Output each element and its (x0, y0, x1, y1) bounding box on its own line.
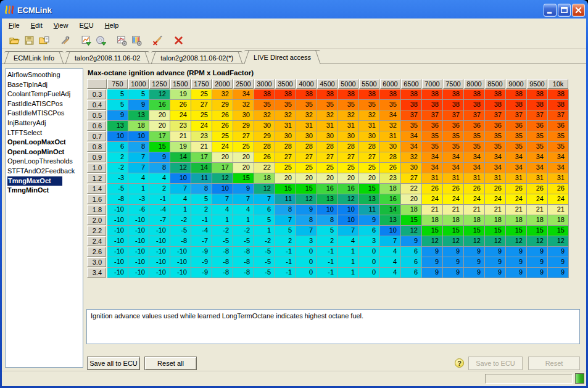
list-item-openloopminoct[interactable]: OpenLoopMinOct (6, 147, 83, 157)
grid-cell[interactable]: 30 (296, 131, 317, 142)
grid-cell[interactable]: 3 (296, 236, 317, 247)
grid-cell[interactable]: -4 (191, 226, 212, 236)
grid-cell[interactable]: 4 (212, 205, 233, 215)
grid-cell[interactable]: 28 (254, 142, 275, 152)
grid-cell[interactable]: 0 (296, 257, 317, 268)
grid-cell[interactable]: -10 (107, 268, 128, 278)
reset-all-button[interactable]: Reset all (144, 357, 197, 370)
grid-cell[interactable]: 17 (149, 131, 170, 142)
grid-cell[interactable]: -4 (149, 205, 170, 215)
help-icon[interactable]: ? (455, 358, 464, 368)
grid-cell[interactable]: 12 (170, 163, 191, 173)
grid-cell[interactable]: 20 (233, 152, 254, 163)
grid-cell[interactable]: 8 (191, 184, 212, 194)
grid-cell[interactable]: 36 (506, 121, 527, 131)
grid-cell[interactable]: 38 (296, 89, 317, 100)
grid-cell[interactable]: 35 (485, 142, 506, 152)
grid-cell[interactable]: 22 (401, 184, 422, 194)
grid-cell[interactable]: 35 (527, 131, 548, 142)
grid-cell[interactable]: 24 (485, 194, 506, 205)
menu-help[interactable]: Help (99, 20, 125, 31)
list-item-openloopthresholds[interactable]: OpenLoopThresholds (6, 157, 83, 167)
grid-cell[interactable]: -9 (191, 247, 212, 257)
grid-cell[interactable]: -10 (149, 226, 170, 236)
list-item-ltftselect[interactable]: LTFTSelect (6, 128, 83, 138)
grid-cell[interactable]: -10 (107, 215, 128, 226)
grid-cell[interactable]: 38 (485, 89, 506, 100)
reset-button[interactable]: Reset (528, 357, 580, 370)
grid-cell[interactable]: 20 (401, 194, 422, 205)
grid-cell[interactable]: 18 (506, 215, 527, 226)
grid-cell[interactable]: 27 (401, 173, 422, 184)
grid-cell[interactable]: -2 (107, 163, 128, 173)
grid-cell[interactable]: 18 (380, 184, 401, 194)
grid-cell[interactable]: 36 (548, 121, 569, 131)
grid-cell[interactable]: 23 (191, 131, 212, 142)
column-header-2000[interactable]: 2000 (212, 79, 233, 89)
row-header-0.7[interactable]: 0.7 (87, 131, 106, 141)
grid-cell[interactable]: 35 (548, 131, 569, 142)
grid-cell[interactable]: 9 (527, 247, 548, 257)
grid-cell[interactable]: 0 (359, 257, 380, 268)
grid-cell[interactable]: 7 (233, 194, 254, 205)
grid-cell[interactable]: 36 (464, 121, 485, 131)
grid-cell[interactable]: 26 (212, 110, 233, 121)
grid-cell[interactable]: 20 (296, 173, 317, 184)
grid-cell[interactable]: 15 (548, 226, 569, 236)
grid-cell[interactable]: 15 (506, 226, 527, 236)
grid-cell[interactable]: 27 (338, 152, 359, 163)
grid-cell[interactable]: 34 (527, 152, 548, 163)
grid-cell[interactable]: 9 (422, 257, 443, 268)
column-header-3500[interactable]: 3500 (275, 79, 296, 89)
grid-cell[interactable]: 25 (275, 163, 296, 173)
load-disc-icon[interactable] (93, 33, 108, 47)
grid-cell[interactable]: -8 (233, 268, 254, 278)
row-header-1.6[interactable]: 1.6 (87, 194, 106, 204)
grid-cell[interactable]: 18 (401, 205, 422, 215)
grid-cell[interactable]: 34 (464, 163, 485, 173)
grid-cell[interactable]: -6 (128, 205, 149, 215)
grid-cell[interactable]: 15 (527, 226, 548, 236)
grid-cell[interactable]: 30 (233, 110, 254, 121)
grid-cell[interactable]: 6 (359, 226, 380, 236)
grid-cell[interactable]: 34 (233, 89, 254, 100)
grid-cell[interactable]: 35 (443, 131, 464, 142)
parameter-list[interactable]: AirflowSmoothingBaseTipInAdjCoolantTempF… (5, 68, 83, 368)
grid-cell[interactable]: 2 (317, 236, 338, 247)
grid-cell[interactable]: 2 (275, 236, 296, 247)
grid-cell[interactable]: 11 (359, 205, 380, 215)
grid-cell[interactable]: 9 (149, 152, 170, 163)
row-header-1.4[interactable]: 1.4 (87, 184, 106, 194)
grid-cell[interactable]: 12 (338, 194, 359, 205)
grid-cell[interactable]: 23 (170, 121, 191, 131)
grid-cell[interactable]: -8 (212, 268, 233, 278)
list-item-airflowsmoothing[interactable]: AirflowSmoothing (6, 70, 83, 80)
grid-cell[interactable]: 34 (422, 163, 443, 173)
grid-cell[interactable]: -5 (170, 226, 191, 236)
grid-cell[interactable]: 38 (401, 89, 422, 100)
grid-cell[interactable]: 13 (359, 194, 380, 205)
grid-cell[interactable]: 38 (485, 100, 506, 110)
grid-cell[interactable]: 14 (380, 205, 401, 215)
grid-cell[interactable]: 8 (317, 215, 338, 226)
grid-cell[interactable]: 32 (359, 110, 380, 121)
grid-cell[interactable]: 18 (485, 215, 506, 226)
grid-cell[interactable]: 38 (548, 89, 569, 100)
delete-icon[interactable] (171, 33, 186, 47)
grid-cell[interactable]: -8 (233, 257, 254, 268)
grid-cell[interactable]: 28 (296, 142, 317, 152)
grid-cell[interactable]: 12 (212, 173, 233, 184)
grid-cell[interactable]: 18 (422, 215, 443, 226)
grid-cell[interactable]: 10 (170, 173, 191, 184)
grid-cell[interactable]: 16 (317, 184, 338, 194)
column-header-8000[interactable]: 8000 (464, 79, 484, 89)
column-header-1000[interactable]: 1000 (128, 79, 149, 89)
grid-cell[interactable]: 9 (548, 247, 569, 257)
table-settings-icon[interactable] (114, 33, 129, 47)
grid-cell[interactable]: 16 (149, 100, 170, 110)
grid-cell[interactable]: 31 (296, 121, 317, 131)
grid-cell[interactable]: 24 (464, 194, 485, 205)
grid-cell[interactable]: 34 (506, 152, 527, 163)
grid-cell[interactable]: -8 (170, 236, 191, 247)
grid-cell[interactable]: 11 (275, 194, 296, 205)
